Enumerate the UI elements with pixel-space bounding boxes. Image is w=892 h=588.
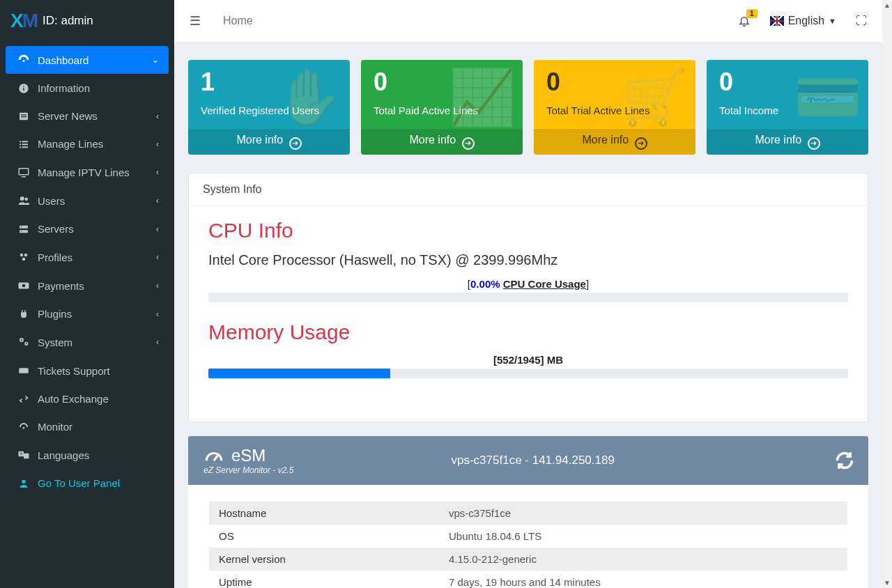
sidebar-nav: Dashboard ⌄ Information Server News ‹ Ma… [0,42,174,502]
breadcrumb[interactable]: Home [223,15,253,27]
svg-point-29 [26,343,27,344]
table-row: Kernel version4.15.0-212-generic [209,548,847,571]
users-icon [15,194,32,207]
svg-point-19 [21,226,22,227]
memory-usage-label: [552/1945] MB [208,354,848,366]
system-info-card: System Info CPU Info Intel Core Processo… [188,173,868,422]
sidebar-item-information[interactable]: Information [6,75,169,102]
memory-usage-title: Memory Usage [208,320,848,344]
fullscreen-icon[interactable]: ⛶ [856,15,867,27]
reload-icon[interactable] [835,451,854,470]
sidebar-item-go-to-user-panel[interactable]: Go To User Panel [6,470,169,497]
sidebar-item-users[interactable]: Users ‹ [6,187,169,215]
sidebar-item-tickets-support[interactable]: Tickets Support [6,357,169,385]
chevron-left-icon: ‹ [156,111,159,121]
svg-point-25 [22,284,26,288]
esm-title-text: eSM [231,446,266,465]
scroll-down-icon[interactable]: ▼ [884,579,891,587]
stat-more-info[interactable]: More info ➜ [534,129,695,155]
language-label: English [788,15,824,27]
profiles-icon [15,251,32,263]
svg-rect-11 [20,146,21,148]
sidebar-item-label: Dashboard [38,54,89,66]
gauge-icon [203,447,224,464]
chevron-left-icon: ‹ [156,167,159,177]
caret-down-icon: ▼ [829,17,836,25]
svg-point-16 [25,198,29,201]
svg-point-22 [24,254,28,257]
sidebar-item-label: System [38,336,72,348]
svg-line-36 [214,454,218,460]
scroll-up-icon[interactable]: ▲ [884,1,891,9]
stat-more-info[interactable]: More info ➜ [361,129,523,155]
dashboard-icon [15,54,32,66]
memory-usage-bar [208,369,848,378]
card-icon: 💳 [794,65,861,129]
stat-more-info[interactable]: More info ➜ [707,129,868,155]
cpu-info-title: CPU Info [208,219,848,242]
stat-more-info[interactable]: More info ➜ [188,129,350,155]
svg-point-21 [20,254,24,257]
monitor-icon [15,421,32,433]
sidebar-item-dashboard[interactable]: Dashboard ⌄ [6,46,169,74]
sidebar-item-servers[interactable]: Servers ‹ [6,215,169,242]
sidebar-item-label: Information [38,82,90,94]
table-row: Uptime7 days, 19 hours and 14 minutes [209,571,847,589]
esm-info-table: Hostnamevps-c375f1ce OSUbuntu 18.04.6 LT… [209,502,847,589]
sidebar-item-system[interactable]: System ‹ [6,328,169,356]
sidebar-item-label: Go To User Panel [38,477,120,489]
sidebar-item-server-news[interactable]: Server News ‹ [6,102,169,130]
chevron-down-icon: ⌄ [152,55,159,65]
language-selector[interactable]: English ▼ [770,15,836,27]
sidebar-item-profiles[interactable]: Profiles ‹ [6,243,169,271]
chevron-left-icon: ‹ [156,252,159,262]
sidebar-item-label: Languages [38,449,89,461]
svg-rect-18 [20,230,28,233]
svg-rect-3 [23,86,24,86]
sidebar-item-manage-iptv-lines[interactable]: Manage IPTV Lines ‹ [6,158,169,186]
svg-rect-30 [19,368,29,373]
sidebar-item-auto-exchange[interactable]: Auto Exchange [6,385,169,412]
chevron-left-icon: ‹ [156,337,159,347]
hamburger-icon[interactable]: ☰ [190,13,201,29]
sidebar-item-payments[interactable]: Payments ‹ [6,272,169,300]
chevron-left-icon: ‹ [156,196,159,206]
news-icon [15,111,32,122]
sidebar-item-plugins[interactable]: Plugins ‹ [6,300,169,327]
esm-subtitle: eZ Server Monitor - v2.5 [203,465,293,475]
sidebar: XM ID: admin Dashboard ⌄ Information Ser… [0,0,174,588]
svg-rect-8 [22,141,28,142]
info-icon [15,83,32,94]
svg-point-0 [23,60,25,62]
exchange-icon [15,394,32,405]
sidebar-item-label: Server News [38,110,98,122]
chart-icon: 📈 [448,65,516,129]
server-icon [15,224,32,235]
user-icon [15,478,32,489]
cpu-usage-bar [208,293,848,302]
sidebar-item-label: Profiles [38,252,72,263]
stat-verified-users: ✋ 1 Verified Registered Users More info … [188,60,350,155]
esm-header: eSM eZ Server Monitor - v2.5 vps-c375f1c… [188,436,868,485]
sidebar-item-manage-lines[interactable]: Manage Lines ‹ [6,130,169,157]
sidebar-item-monitor[interactable]: Monitor [6,413,169,440]
svg-point-28 [21,339,22,341]
lines-icon [15,139,32,150]
svg-rect-7 [20,141,21,142]
hand-icon: ✋ [275,65,343,129]
notifications-button[interactable]: 1 [738,15,751,27]
topbar: ☰ Home 1 English ▼ ⛶ [174,0,882,42]
flag-uk-icon [770,16,784,26]
esm-panel: eSM eZ Server Monitor - v2.5 vps-c375f1c… [188,436,868,589]
svg-point-31 [23,427,25,429]
stat-total-income: 💳 0 Total Income More info ➜ [707,60,868,155]
chevron-left-icon: ‹ [156,224,159,234]
sidebar-item-languages[interactable]: A Languages [6,441,169,469]
svg-point-35 [22,479,25,483]
sidebar-item-label: Tickets Support [38,365,110,377]
scrollbar[interactable]: ▲ ▼ [882,0,892,588]
svg-rect-9 [20,144,21,145]
user-id-label: ID: admin [43,14,93,28]
cpu-name: Intel Core Processor (Haswell, no TSX) @… [208,252,848,268]
stat-boxes: ✋ 1 Verified Registered Users More info … [188,60,868,155]
